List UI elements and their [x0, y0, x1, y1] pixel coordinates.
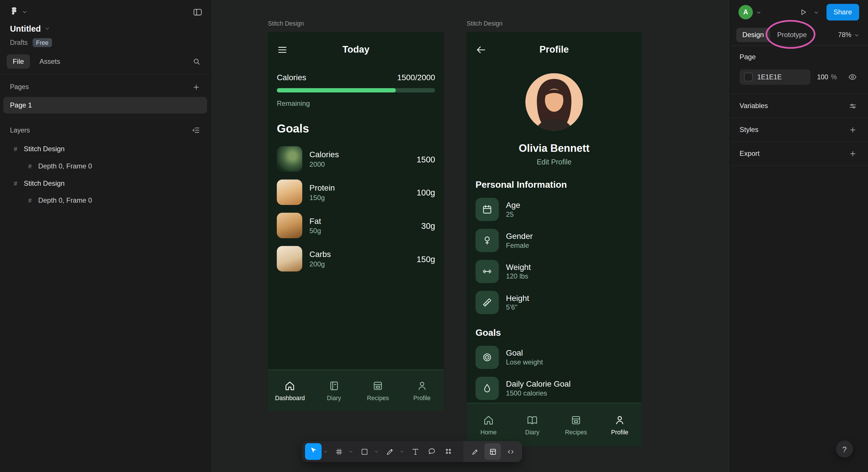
layer-row-child[interactable]: # Depth 0, Frame 0 [0, 192, 210, 209]
frame-label[interactable]: Stitch Design [268, 20, 304, 26]
layer-name: Depth 0, Frame 0 [38, 196, 92, 204]
tab-assets[interactable]: Assets [33, 54, 66, 69]
info-value: 5'6" [506, 303, 529, 311]
pen-tool-chevron[interactable] [398, 449, 405, 453]
frame-profile[interactable]: Profile Olivia Bennett Edit Profile Pers… [467, 32, 642, 447]
layer-row-frame[interactable]: # Stitch Design [0, 175, 210, 192]
frame-today[interactable]: Today Calories 1500/2000 Remaining Goals… [268, 32, 444, 411]
toggle-visibility-button[interactable] [846, 70, 859, 84]
dev-mode-button[interactable] [502, 443, 519, 460]
collapse-layers-button[interactable] [189, 124, 203, 137]
info-label: Weight [506, 263, 531, 272]
export-label: Export [740, 149, 760, 157]
nav-profile[interactable]: Profile [598, 403, 641, 446]
search-button[interactable] [189, 54, 204, 69]
actions-tool[interactable] [440, 443, 457, 460]
figma-app-window: Untitled Drafts Free File Assets Pages P… [0, 0, 868, 472]
frame-layer-icon: # [12, 180, 19, 186]
frame-icon [335, 447, 343, 455]
nav-dashboard[interactable]: Dashboard [268, 370, 312, 411]
variables-section[interactable]: Variables [731, 94, 868, 118]
frame-tool-chevron[interactable] [347, 449, 354, 453]
page-color-field[interactable]: 1E1E1E [740, 69, 811, 85]
book-icon [526, 414, 538, 426]
add-export-button[interactable] [846, 147, 859, 160]
search-icon [192, 57, 201, 66]
color-hex-value[interactable]: 1E1E1E [757, 73, 782, 81]
plus-icon [848, 126, 857, 134]
info-row-gender[interactable]: Gender Female [476, 229, 633, 252]
design-mode-button[interactable] [467, 443, 484, 460]
layer-row-frame[interactable]: # Stitch Design [0, 140, 210, 157]
move-tool-chevron[interactable] [322, 449, 329, 453]
goal-name: Carbs [309, 249, 331, 259]
nav-diary[interactable]: Diary [312, 370, 356, 411]
zoom-level: 78% [838, 31, 851, 39]
move-tool[interactable] [305, 443, 322, 460]
nav-recipes[interactable]: Recipes [554, 403, 598, 446]
goal-row[interactable]: Protein 150g 100g [277, 179, 435, 205]
page-opacity-field[interactable]: 100 % [817, 73, 837, 81]
goal-row-target[interactable]: Goal Lose weight [476, 346, 633, 369]
info-row-age[interactable]: Age 25 [476, 198, 633, 221]
nav-diary[interactable]: Diary [510, 403, 554, 446]
goal-row[interactable]: Carbs 200g 150g [277, 246, 435, 272]
female-icon [482, 235, 493, 246]
figma-logo-icon [10, 7, 19, 17]
shape-tool-chevron[interactable] [373, 449, 380, 453]
toggle-sidebar-button[interactable] [193, 7, 203, 17]
tab-file[interactable]: File [7, 54, 30, 69]
design-canvas[interactable]: Stitch Design Today Calories 1500/2000 R… [211, 0, 730, 472]
nav-recipes[interactable]: Recipes [356, 370, 400, 411]
nav-home[interactable]: Home [467, 403, 510, 446]
add-style-button[interactable] [846, 123, 859, 136]
user-avatar[interactable]: A [739, 5, 753, 19]
nav-profile[interactable]: Profile [400, 370, 444, 411]
hamburger-menu-icon[interactable] [277, 44, 288, 56]
dumbbell-icon [482, 266, 493, 277]
breadcrumb-drafts[interactable]: Drafts [10, 39, 28, 47]
inspect-mode-button[interactable] [484, 443, 501, 460]
open-variables-button[interactable] [846, 99, 859, 112]
opacity-value[interactable]: 100 [817, 73, 828, 81]
frame-tool[interactable] [331, 443, 347, 460]
chevron-down-icon[interactable] [756, 10, 761, 14]
text-tool[interactable] [407, 443, 424, 460]
page-list-item[interactable]: Page 1 [3, 97, 207, 114]
goal-row-calories[interactable]: Daily Calorie Goal 1500 calories [476, 377, 633, 400]
add-page-button[interactable] [189, 80, 203, 93]
main-menu-button[interactable] [10, 7, 27, 17]
help-button[interactable]: ? [836, 440, 853, 458]
export-section[interactable]: Export [731, 142, 868, 166]
plan-badge: Free [33, 38, 52, 47]
nav-label: Dashboard [275, 394, 305, 401]
mode-toggle-group [463, 441, 522, 462]
goal-row[interactable]: Calories 2000 1500 [277, 146, 435, 172]
shape-tool[interactable] [356, 443, 373, 460]
frame-label[interactable]: Stitch Design [467, 20, 503, 26]
styles-section[interactable]: Styles [731, 118, 868, 142]
food-plate-thumbnail [277, 146, 303, 172]
info-label: Height [506, 294, 529, 302]
color-swatch[interactable] [744, 72, 753, 81]
edit-profile-link[interactable]: Edit Profile [467, 158, 642, 166]
code-icon [506, 447, 515, 455]
tab-prototype[interactable]: Prototype [771, 28, 813, 42]
layer-row-child[interactable]: # Depth 0, Frame 0 [0, 157, 210, 175]
zoom-menu[interactable]: 78% [838, 31, 859, 39]
goal-row[interactable]: Fat 50g 30g [277, 213, 435, 238]
comment-tool[interactable] [423, 443, 440, 460]
info-row-weight[interactable]: Weight 120 lbs [476, 260, 633, 283]
chevron-down-icon[interactable] [813, 10, 818, 14]
opacity-unit: % [831, 73, 837, 81]
file-title-menu[interactable]: Untitled [0, 17, 210, 33]
info-row-height[interactable]: Height 5'6" [476, 291, 633, 314]
oven-icon [570, 414, 582, 426]
present-button[interactable] [796, 5, 810, 19]
eye-icon [848, 72, 857, 81]
info-value: Female [506, 241, 533, 249]
pen-tool[interactable] [381, 443, 398, 460]
back-arrow-icon[interactable] [476, 44, 487, 56]
tab-design[interactable]: Design [736, 28, 770, 42]
share-button[interactable]: Share [826, 4, 859, 21]
